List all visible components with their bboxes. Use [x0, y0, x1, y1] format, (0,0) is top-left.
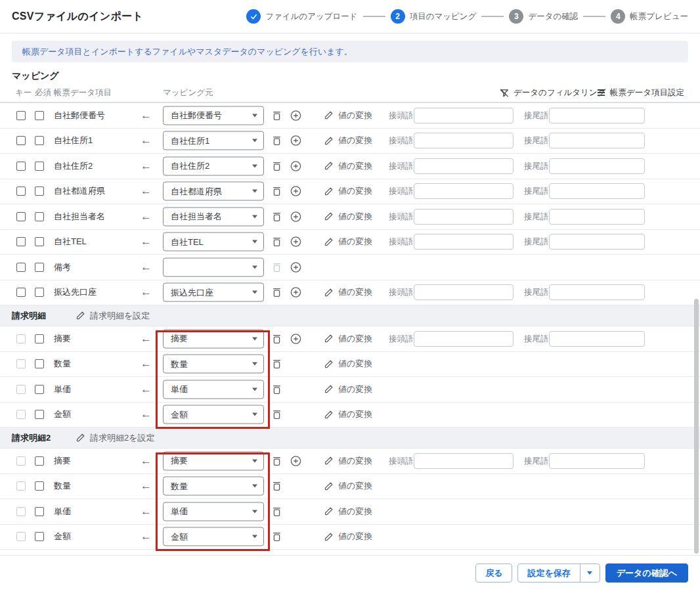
delete-icon[interactable]: [271, 384, 282, 395]
required-checkbox[interactable]: [35, 385, 44, 394]
add-icon[interactable]: [290, 160, 302, 172]
add-icon[interactable]: [290, 454, 302, 467]
required-checkbox[interactable]: [35, 359, 44, 368]
save-settings-button[interactable]: 設定を保存: [517, 563, 580, 583]
required-checkbox[interactable]: [35, 288, 44, 297]
mapping-source-select[interactable]: 単価: [163, 502, 264, 521]
required-checkbox[interactable]: [35, 456, 44, 466]
delete-icon[interactable]: [271, 211, 282, 223]
prefix-input[interactable]: [414, 183, 514, 199]
mapping-source-select[interactable]: 単価: [163, 380, 264, 399]
required-checkbox[interactable]: [35, 481, 44, 491]
value-convert-button[interactable]: 値の変換: [324, 135, 372, 146]
value-convert-button[interactable]: 値の変換: [324, 480, 372, 492]
suffix-input[interactable]: [549, 331, 645, 347]
back-button[interactable]: 戻る: [475, 563, 512, 583]
mapping-source-select[interactable]: 数量: [163, 477, 264, 496]
suffix-input[interactable]: [549, 453, 645, 469]
mapping-source-select[interactable]: 数量: [163, 355, 264, 374]
key-checkbox[interactable]: [16, 111, 26, 120]
step-preview[interactable]: 4 帳票プレビュー: [611, 9, 688, 24]
required-checkbox[interactable]: [35, 532, 44, 541]
key-checkbox[interactable]: [16, 263, 26, 272]
suffix-input[interactable]: [549, 284, 645, 300]
mapping-source-select[interactable]: 金額: [163, 405, 264, 424]
delete-icon[interactable]: [271, 455, 282, 467]
mapping-source-select[interactable]: 摘要: [163, 451, 264, 470]
key-checkbox[interactable]: [16, 136, 26, 145]
required-checkbox[interactable]: [35, 187, 44, 196]
key-checkbox[interactable]: [16, 162, 26, 171]
mapping-source-select[interactable]: 金額: [163, 527, 264, 546]
mapping-source-select[interactable]: 振込先口座: [163, 283, 264, 302]
key-checkbox[interactable]: [16, 288, 26, 297]
value-convert-button[interactable]: 値の変換: [324, 185, 372, 197]
mapping-source-select[interactable]: 自社住所2: [163, 156, 264, 175]
value-convert-button[interactable]: 値の変換: [324, 333, 372, 345]
section-edit-button[interactable]: 請求明細を設定: [76, 310, 150, 322]
value-convert-button[interactable]: 値の変換: [324, 110, 372, 121]
required-checkbox[interactable]: [35, 507, 44, 516]
value-convert-button[interactable]: 値の変換: [324, 236, 372, 248]
required-checkbox[interactable]: [35, 212, 44, 221]
add-icon[interactable]: [290, 236, 302, 248]
suffix-input[interactable]: [549, 108, 645, 123]
prefix-input[interactable]: [414, 133, 514, 148]
key-checkbox[interactable]: [16, 237, 26, 246]
value-convert-button[interactable]: 値の変換: [324, 211, 372, 223]
suffix-input[interactable]: [549, 183, 645, 199]
required-checkbox[interactable]: [35, 136, 44, 145]
required-checkbox[interactable]: [35, 410, 44, 419]
key-checkbox[interactable]: [16, 187, 26, 196]
delete-icon[interactable]: [271, 286, 282, 298]
add-icon[interactable]: [290, 185, 302, 198]
value-convert-button[interactable]: 値の変換: [324, 506, 372, 518]
add-icon[interactable]: [290, 109, 302, 121]
data-filter-button[interactable]: データのフィルタリング: [499, 87, 605, 99]
add-icon[interactable]: [290, 135, 302, 147]
delete-icon[interactable]: [271, 185, 282, 197]
mapping-source-select[interactable]: 自社担当者名: [163, 207, 264, 226]
required-checkbox[interactable]: [35, 237, 44, 246]
required-checkbox[interactable]: [35, 263, 44, 272]
item-settings-button[interactable]: 帳票データ項目設定: [596, 87, 684, 99]
prefix-input[interactable]: [414, 108, 514, 123]
value-convert-button[interactable]: 値の変換: [324, 358, 372, 370]
value-convert-button[interactable]: 値の変換: [324, 531, 372, 542]
required-checkbox[interactable]: [35, 334, 44, 343]
mapping-source-select[interactable]: [163, 257, 264, 276]
delete-icon[interactable]: [271, 480, 282, 492]
delete-icon[interactable]: [271, 135, 282, 146]
value-convert-button[interactable]: 値の変換: [324, 384, 372, 395]
mapping-source-select[interactable]: 自社都道府県: [163, 182, 264, 201]
key-checkbox[interactable]: [16, 212, 26, 221]
add-icon[interactable]: [290, 332, 302, 345]
step-mapping[interactable]: 2 項目のマッピング: [391, 9, 477, 24]
suffix-input[interactable]: [549, 209, 645, 225]
vertical-scrollbar[interactable]: [694, 299, 699, 554]
add-icon[interactable]: [290, 261, 302, 273]
required-checkbox[interactable]: [35, 111, 44, 120]
delete-icon[interactable]: [271, 408, 282, 420]
section-edit-button[interactable]: 請求明細2を設定: [76, 432, 155, 444]
delete-icon[interactable]: [271, 333, 282, 345]
mapping-source-select[interactable]: 自社郵便番号: [163, 106, 264, 125]
step-confirm[interactable]: 3 データの確認: [509, 9, 578, 24]
value-convert-button[interactable]: 値の変換: [324, 408, 372, 420]
confirm-data-button[interactable]: データの確認へ: [605, 563, 688, 583]
delete-icon[interactable]: [271, 160, 282, 172]
prefix-input[interactable]: [414, 158, 514, 174]
add-icon[interactable]: [290, 286, 302, 299]
delete-icon[interactable]: [271, 110, 282, 121]
save-dropdown-toggle[interactable]: [580, 563, 600, 583]
mapping-source-select[interactable]: 自社住所1: [163, 131, 264, 150]
prefix-input[interactable]: [414, 284, 514, 300]
suffix-input[interactable]: [549, 133, 645, 148]
delete-icon[interactable]: [271, 358, 282, 370]
add-icon[interactable]: [290, 210, 302, 223]
mapping-source-select[interactable]: 自社TEL: [163, 232, 264, 252]
delete-icon[interactable]: [271, 506, 282, 518]
prefix-input[interactable]: [414, 331, 514, 347]
required-checkbox[interactable]: [35, 162, 44, 171]
delete-icon[interactable]: [271, 236, 282, 248]
